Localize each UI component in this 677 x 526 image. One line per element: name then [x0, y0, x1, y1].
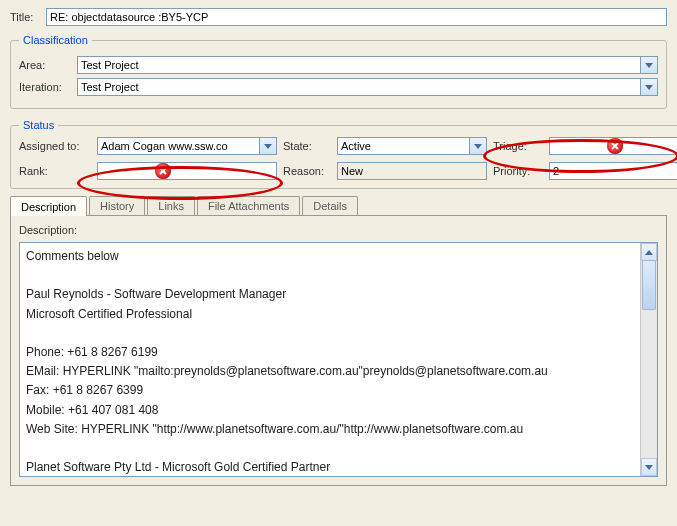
reason-input — [337, 162, 487, 180]
assigned-label: Assigned to: — [19, 140, 91, 152]
scrollbar[interactable] — [640, 243, 657, 476]
rank-label: Rank: — [19, 165, 91, 177]
chevron-down-icon[interactable] — [640, 79, 657, 95]
area-combo[interactable] — [77, 56, 658, 74]
state-combo[interactable] — [337, 137, 487, 155]
priority-input[interactable] — [549, 162, 677, 180]
tab-details[interactable]: Details — [302, 196, 358, 215]
classification-legend: Classification — [19, 34, 92, 46]
scroll-up-icon[interactable] — [641, 243, 657, 261]
tab-description[interactable]: Description — [10, 196, 87, 216]
assigned-combo[interactable] — [97, 137, 277, 155]
description-label: Description: — [19, 224, 83, 236]
tab-history[interactable]: History — [89, 196, 145, 215]
chevron-down-icon[interactable] — [259, 138, 276, 154]
tab-attachments[interactable]: File Attachments — [197, 196, 300, 215]
area-label: Area: — [19, 59, 77, 71]
classification-group: Classification Area: Iteration: — [10, 34, 667, 109]
scroll-down-icon[interactable] — [641, 458, 657, 476]
triage-label: Triage: — [493, 140, 543, 152]
iteration-input[interactable] — [77, 78, 658, 96]
status-legend: Status — [19, 119, 58, 131]
chevron-down-icon[interactable] — [469, 138, 486, 154]
title-label: Title: — [10, 11, 46, 23]
chevron-down-icon[interactable] — [640, 57, 657, 73]
reason-label: Reason: — [283, 165, 331, 177]
rank-input[interactable] — [97, 162, 277, 180]
iteration-combo[interactable] — [77, 78, 658, 96]
priority-label: Priority: — [493, 165, 543, 177]
error-icon — [155, 163, 171, 179]
triage-combo[interactable] — [549, 137, 677, 155]
area-input[interactable] — [77, 56, 658, 74]
state-input[interactable] — [337, 137, 487, 155]
scroll-thumb[interactable] — [642, 260, 656, 310]
title-input[interactable] — [46, 8, 667, 26]
status-group: Status Assigned to: State: Triage: Rank: — [10, 119, 677, 189]
tab-links[interactable]: Links — [147, 196, 195, 215]
state-label: State: — [283, 140, 331, 152]
assigned-input[interactable] — [97, 137, 277, 155]
priority-combo[interactable] — [549, 162, 677, 180]
iteration-label: Iteration: — [19, 81, 77, 93]
error-icon — [607, 138, 623, 154]
description-textarea[interactable]: Comments below Paul Reynolds - Software … — [19, 242, 658, 477]
